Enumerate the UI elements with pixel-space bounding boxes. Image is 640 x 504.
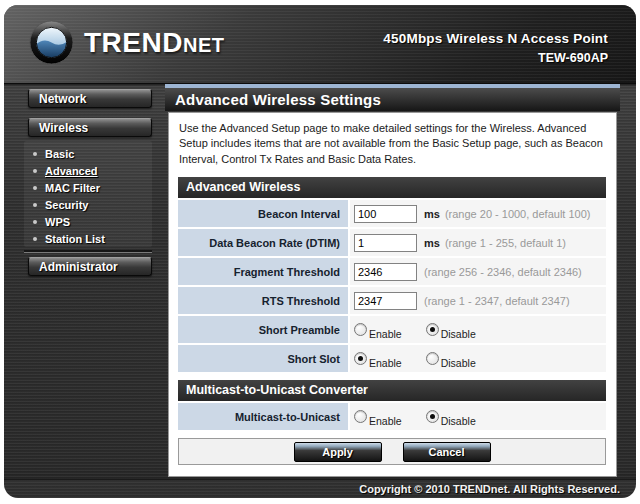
short-preamble-disable-label: Disable — [441, 328, 476, 340]
header-bar: TRENDnet 450Mbps Wireless N Access Point… — [4, 5, 636, 84]
sidebar-button-network[interactable]: Network — [28, 89, 152, 108]
sidebar-separator — [24, 250, 152, 253]
sidebar-item-security[interactable]: Security — [24, 196, 152, 213]
bullet-icon — [33, 220, 37, 224]
action-button-bar: Apply Cancel — [178, 438, 606, 465]
fragment-threshold-hint: (range 256 - 2346, default 2346) — [424, 266, 582, 278]
sidebar-button-wireless[interactable]: Wireless — [28, 118, 152, 137]
wireless-submenu: Basic Advanced MAC Filter Security WPS S… — [24, 141, 152, 247]
dtim-hint: (range 1 - 255, default 1) — [445, 237, 566, 249]
page-description: Use the Advanced Setup page to make deta… — [179, 121, 606, 167]
bullet-icon — [33, 237, 37, 241]
bullet-icon — [33, 203, 37, 207]
short-preamble-enable-label: Enable — [369, 328, 402, 340]
apply-button[interactable]: Apply — [294, 442, 382, 462]
rts-threshold-row: RTS Threshold (range 1 - 2347, default 2… — [178, 287, 606, 314]
sidebar-item-basic[interactable]: Basic — [24, 145, 152, 162]
fragment-threshold-label: Fragment Threshold — [178, 258, 348, 285]
multicast-disable-radio[interactable] — [426, 410, 439, 423]
beacon-interval-label: Beacon Interval — [178, 200, 348, 227]
multicast-enable-radio[interactable] — [354, 410, 367, 423]
multicast-to-unicast-row: Multicast-to-Unicast Enable Disable — [178, 403, 606, 430]
model-number: TEW-690AP — [383, 51, 608, 65]
beacon-interval-input[interactable] — [354, 205, 417, 223]
short-slot-disable-label: Disable — [441, 357, 476, 369]
dtim-row: Data Beacon Rate (DTIM) ms (range 1 - 25… — [178, 229, 606, 256]
short-slot-row: Short Slot Enable Disable — [178, 345, 606, 372]
dtim-input[interactable] — [354, 234, 417, 252]
short-preamble-label: Short Preamble — [178, 316, 348, 343]
fragment-threshold-input[interactable] — [354, 263, 417, 281]
multicast-to-unicast-label: Multicast-to-Unicast — [178, 403, 348, 430]
product-name: 450Mbps Wireless N Access Point — [383, 31, 608, 46]
page-title: Advanced Wireless Settings — [165, 84, 620, 111]
sidebar-item-wps[interactable]: WPS — [24, 213, 152, 230]
dtim-unit: ms — [424, 237, 440, 249]
short-slot-enable-radio[interactable] — [354, 352, 367, 365]
main-content: Advanced Wireless Settings Use the Advan… — [165, 84, 620, 479]
router-admin-window: TRENDnet 450Mbps Wireless N Access Point… — [4, 5, 636, 498]
trendnet-globe-icon — [28, 19, 75, 66]
trendnet-logo: TRENDnet — [28, 19, 224, 66]
copyright-bar: Copyright © 2010 TRENDnet. All Rights Re… — [4, 479, 636, 498]
multicast-enable-label: Enable — [369, 415, 402, 427]
section-header-multicast-converter: Multicast-to-Unicast Converter — [178, 380, 606, 401]
cancel-button[interactable]: Cancel — [403, 442, 491, 462]
short-preamble-disable-radio[interactable] — [426, 323, 439, 336]
rts-threshold-input[interactable] — [354, 292, 417, 310]
sidebar-item-advanced[interactable]: Advanced — [24, 162, 152, 179]
sidebar-button-administrator[interactable]: Administrator — [28, 257, 152, 276]
short-preamble-row: Short Preamble Enable Disable — [178, 316, 606, 343]
settings-panel: Use the Advanced Setup page to make deta… — [168, 112, 617, 477]
beacon-interval-hint: (range 20 - 1000, default 100) — [445, 208, 591, 220]
sidebar-item-station-list[interactable]: Station List — [24, 230, 152, 247]
short-slot-disable-radio[interactable] — [426, 352, 439, 365]
bullet-icon — [33, 169, 37, 173]
short-preamble-enable-radio[interactable] — [354, 323, 367, 336]
brand-wordmark: TRENDnet — [84, 27, 224, 59]
sidebar-item-mac-filter[interactable]: MAC Filter — [24, 179, 152, 196]
section-header-advanced-wireless: Advanced Wireless — [178, 177, 606, 198]
advanced-wireless-form: Advanced Wireless Beacon Interval ms (ra… — [178, 177, 606, 465]
fragment-threshold-row: Fragment Threshold (range 256 - 2346, de… — [178, 258, 606, 285]
sidebar-nav: Network Wireless Basic Advanced MAC Filt… — [4, 84, 165, 479]
short-slot-label: Short Slot — [178, 345, 348, 372]
product-title-block: 450Mbps Wireless N Access Point TEW-690A… — [383, 31, 608, 65]
multicast-disable-label: Disable — [441, 415, 476, 427]
beacon-interval-unit: ms — [424, 208, 440, 220]
dtim-label: Data Beacon Rate (DTIM) — [178, 229, 348, 256]
bullet-icon — [33, 152, 37, 156]
bullet-icon — [33, 186, 37, 190]
rts-threshold-hint: (range 1 - 2347, default 2347) — [424, 295, 570, 307]
beacon-interval-row: Beacon Interval ms (range 20 - 1000, def… — [178, 200, 606, 227]
short-slot-enable-label: Enable — [369, 357, 402, 369]
rts-threshold-label: RTS Threshold — [178, 287, 348, 314]
